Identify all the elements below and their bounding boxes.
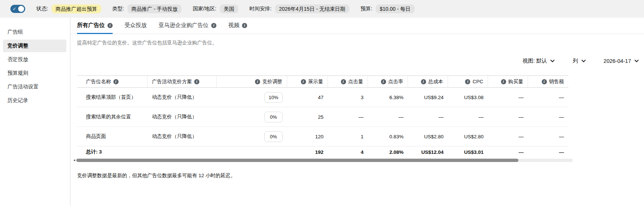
column-header-ctr[interactable]: i 点击率	[368, 76, 408, 87]
schedule-badge: 2026年4月15日 - 无结束日期	[275, 4, 349, 14]
total-cpc: US$3.01	[448, 149, 488, 155]
column-header-label: CPC	[472, 79, 483, 84]
sidebar-item-campaign-settings[interactable]: 广告活动设置	[3, 81, 66, 93]
sidebar-item-budget-rules[interactable]: 预算规则	[3, 67, 66, 80]
info-icon[interactable]: i	[194, 79, 199, 84]
impressions-value: 47	[287, 95, 328, 100]
budget-label: 预算:	[361, 6, 372, 12]
date-range-dropdown[interactable]: 2026-04-17	[604, 58, 639, 64]
cpc-value: US$3.08	[448, 95, 488, 100]
column-header-cpc[interactable]: i CPC	[448, 76, 488, 87]
spend-value: —	[408, 114, 448, 120]
tab-label: 所有广告位	[77, 22, 105, 29]
column-header-clicks[interactable]: i 点击量	[328, 76, 368, 87]
column-header-sales[interactable]: i 销售额	[528, 76, 568, 87]
campaign-country-field: 国家/地区: 美国	[193, 4, 238, 14]
table-row: 商品页面 动态竞价（只降低） 120 1 0.83% US$2.80 US$2.…	[77, 127, 568, 146]
total-label: 总计: 3	[77, 149, 147, 155]
placement-name: 商品页面	[77, 133, 147, 140]
column-header-label: 点击量	[348, 78, 364, 85]
sales-value: —	[528, 95, 568, 100]
scrollbar-thumb[interactable]	[76, 159, 518, 162]
info-icon[interactable]: i	[242, 23, 247, 28]
info-icon[interactable]: i	[381, 79, 386, 84]
sidebar-item-history[interactable]: 历史记录	[3, 94, 66, 107]
placement-name: 搜索结果的其余位置	[77, 114, 147, 120]
info-icon[interactable]: i	[211, 23, 216, 28]
orders-value: —	[488, 95, 528, 100]
type-badge: 商品推广 - 手动投放	[127, 4, 182, 14]
budget-badge: $10.00 - 每日	[376, 4, 415, 14]
placement-tabs: 所有广告位 i 受众投放 亚马逊企业购广告位 i 视频 i	[70, 22, 644, 34]
sidebar-item-negative-targeting[interactable]: 否定投放	[3, 53, 66, 66]
column-header-label: 点击率	[388, 78, 404, 85]
impressions-value: 120	[287, 134, 328, 139]
total-orders: —	[488, 149, 528, 155]
spend-value: US$2.80	[408, 134, 448, 139]
total-impressions: 192	[287, 149, 328, 155]
status-label: 状态:	[36, 6, 48, 12]
bid-adjustment-input[interactable]	[264, 92, 283, 103]
sales-value: —	[528, 134, 568, 139]
total-ctr: 2.08%	[368, 149, 408, 155]
info-icon[interactable]: i	[301, 79, 306, 84]
tab-label: 受众投放	[125, 22, 147, 29]
ctr-value: —	[368, 114, 408, 120]
sidebar-item-bid-adjustment[interactable]: 竞价调整	[3, 40, 66, 52]
tab-label: 亚马逊企业购广告位	[159, 22, 209, 29]
view-dropdown[interactable]: 视图: 默认	[522, 57, 555, 64]
bid-adjustment-panel: 所有广告位 i 受众投放 亚马逊企业购广告位 i 视频 i 提高特定广告位的竞价…	[70, 18, 644, 206]
bid-adjustment-cell	[217, 112, 287, 122]
chevron-down-icon	[581, 60, 586, 63]
info-icon[interactable]: i	[465, 79, 470, 84]
info-icon[interactable]: i	[341, 79, 346, 84]
campaign-enabled-toggle[interactable]: ✓	[10, 5, 25, 13]
bid-adjustment-input[interactable]	[264, 112, 283, 122]
orders-value: —	[488, 114, 528, 120]
date-range-label: 2026-04-17	[604, 58, 631, 64]
column-header-orders[interactable]: i 购买量	[488, 76, 528, 87]
schedule-label: 时间安排:	[249, 6, 272, 12]
campaign-sidebar: 广告组 竞价调整 否定投放 预算规则 广告活动设置 历史记录	[0, 18, 70, 206]
country-badge: 美国	[220, 4, 238, 14]
column-header-spend[interactable]: i 总成本	[408, 76, 448, 87]
campaign-status-field: 状态: 商品推广超出预算	[36, 4, 101, 14]
campaign-budget-field: 预算: $10.00 - 每日	[361, 4, 415, 14]
total-sales: —	[528, 149, 568, 155]
columns-dropdown[interactable]: 列	[572, 57, 586, 64]
column-header-bidding-strategy[interactable]: 广告活动竞价方案 i	[147, 76, 217, 87]
bid-adjustment-input[interactable]	[264, 131, 283, 142]
bidding-strategy: 动态竞价（只降低）	[147, 94, 217, 101]
tab-all-placements[interactable]: 所有广告位 i	[77, 22, 113, 34]
info-icon[interactable]: i	[107, 23, 113, 28]
sidebar-item-ad-groups[interactable]: 广告组	[3, 26, 66, 38]
tab-video[interactable]: 视频 i	[228, 22, 247, 34]
column-header-label: 广告位名称	[86, 78, 111, 85]
spend-value: US$9.24	[408, 95, 448, 100]
toggle-knob	[18, 6, 24, 12]
info-icon[interactable]: i	[421, 79, 426, 84]
column-header-bid-adjustment[interactable]: i 竞价调整	[217, 76, 287, 87]
column-header-label: 展示量	[308, 78, 323, 85]
info-icon[interactable]: i	[501, 79, 506, 84]
column-header-impressions[interactable]: i 展示量	[287, 76, 328, 87]
info-icon[interactable]: i	[542, 79, 547, 84]
tab-audience-targeting[interactable]: 受众投放	[125, 22, 147, 34]
column-header-placement-name[interactable]: 广告位名称 i	[77, 76, 147, 87]
info-icon[interactable]: i	[255, 79, 260, 84]
campaign-type-field: 类型: 商品推广 - 手动投放	[112, 4, 182, 14]
horizontal-scrollbar[interactable]: ◂	[73, 158, 573, 162]
campaign-summary-bar: ✓ 状态: 商品推广超出预算 类型: 商品推广 - 手动投放 国家/地区: 美国…	[0, 0, 644, 18]
scroll-left-arrow-icon[interactable]: ◂	[73, 158, 75, 162]
orders-value: —	[488, 134, 528, 139]
columns-dropdown-label: 列	[572, 57, 578, 64]
type-label: 类型:	[112, 6, 124, 12]
table-header-row: 广告位名称 i 广告活动竞价方案 i i 竞价调整 i 展示量 i 点击量	[77, 75, 568, 88]
column-header-label: 购买量	[508, 78, 524, 85]
bidding-strategy: 动态竞价（只降低）	[147, 114, 217, 120]
tab-amazon-business-placements[interactable]: 亚马逊企业购广告位 i	[159, 22, 216, 34]
sales-value: —	[528, 114, 568, 120]
info-icon[interactable]: i	[113, 79, 119, 84]
ctr-value: 0.83%	[368, 134, 408, 139]
scrollbar-track[interactable]	[76, 159, 573, 162]
